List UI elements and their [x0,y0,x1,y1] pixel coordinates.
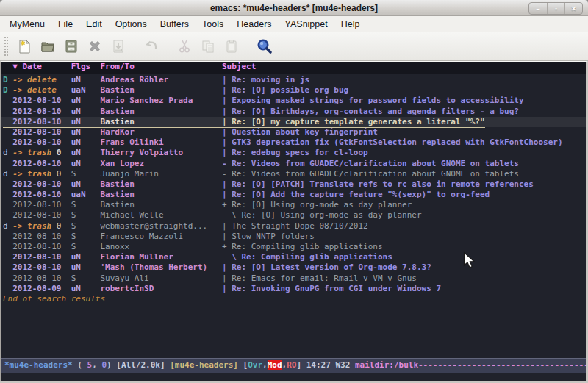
mark-char [3,117,12,127]
mark-char [3,232,12,242]
modeline-segment: ------------------------------------ [418,360,586,370]
date-cell: -> trash 0 [12,221,71,232]
sender-cell: Suvayu Ali [100,273,222,284]
minibuffer[interactable] [1,373,586,381]
modeline-segment: , [92,360,101,370]
date-cell: 2012-08-10 [12,242,71,252]
message-row[interactable]: 2012-08-10uNHardKor| Question about key … [1,127,586,137]
copy-icon [200,38,216,54]
flags-cell: uN [71,107,101,117]
date-cell: 2012-08-10 [12,232,71,242]
sender-cell: HardKor [100,127,222,137]
message-row[interactable]: d-> trash 0uNThierry Volpiatto| Re: edeb… [1,148,586,158]
close-buffer-button[interactable] [83,35,107,57]
date-cell: -> delete [12,75,71,85]
flags-cell: uN [71,96,101,106]
date-cell: -> trash 0 [12,169,71,179]
message-row[interactable]: 2012-08-10SSuvayu Ali| Re: Emacs for ema… [1,273,586,284]
message-row[interactable]: 2012-08-10SMichael Welle \ Re: [O] Using… [1,210,586,221]
message-row[interactable]: 2012-08-10uNBastien| Re: [O] Birthdays, … [1,107,586,117]
subject-cell: | Question about key fingerprint [222,127,378,137]
subject-cell: | Re: [O] Add the capture feature "%(sex… [222,190,490,199]
sender-cell: Mario Sanchez Prada [100,96,222,106]
subject-cell: - Re: Videos from GUADEC/clarification a… [222,159,519,168]
message-row[interactable]: d-> trash 0SJuanjo Marin- Re: Videos fro… [1,169,586,179]
message-row[interactable]: D-> deleteuaNBastien| Re: [O] possible o… [1,85,586,96]
menu-buffers[interactable]: Buffers [154,18,196,31]
column-flags[interactable]: Flgs [71,62,101,72]
flags-cell: uN [71,127,101,137]
minimize-button[interactable]: – [529,3,547,14]
mark-action: -> trash [12,221,51,231]
mark-char [3,190,12,200]
message-row[interactable]: 2012-08-10uNXan Lopez- Re: Videos from G… [1,159,586,169]
date-cell: 2012-08-10 [12,96,71,106]
flags-cell: uaN [71,85,101,96]
date-cell: 2012-08-10 [12,252,71,262]
message-row[interactable]: 2012-08-10uNBastien| Re: [O] my capture … [1,117,586,127]
menu-options[interactable]: Options [109,18,154,31]
date-cell: 2012-08-10 [12,179,71,190]
flags-cell: uN [71,137,101,148]
search-button[interactable] [253,35,276,57]
new-file-icon [16,38,32,54]
message-row[interactable]: 2012-08-10uN'Mash (Thomas Herbert)| Re: … [1,262,586,273]
modeline[interactable]: *mu4e-headers* ( 5, 0) [All/2.0k] [mu4e-… [1,358,586,373]
toolbar-separator [135,37,135,56]
cut-icon [176,38,193,54]
open-file-button[interactable] [36,35,60,57]
buffer-area: ▼ DateFlgsFrom/ToSubject D-> deleteuNAnd… [0,61,588,381]
menu-tools[interactable]: Tools [196,18,230,31]
menu-edit[interactable]: Edit [79,18,109,31]
new-file-button[interactable] [12,35,36,57]
sender-cell: Bastien [100,85,222,96]
paste-button [220,35,243,57]
message-row[interactable]: 2012-08-10SBastien+ Re: [O] Using org-mo… [1,200,586,210]
flags-cell: S [71,169,101,179]
message-row[interactable]: D-> deleteuNAndreas Röhler| Re: moving i… [1,75,586,85]
menu-help[interactable]: Help [334,18,367,31]
column-from-to[interactable]: From/To [100,62,222,72]
subject-cell: | Re: Invoking GnuPG from CGI under Wind… [222,284,441,293]
message-row[interactable]: 2012-08-10uNBastien| Re: [O] [PATCH] Tra… [1,179,586,190]
flags-cell: uN [71,262,101,273]
emacs-window: emacs: *mu4e-headers* [mu4e-headers] – ▫… [0,0,588,383]
mark-char [3,252,12,262]
column-date[interactable]: ▼ Date [12,62,71,72]
mark-char [3,179,12,190]
mark-char [3,262,12,273]
message-row[interactable]: 2012-08-10uNFlorian Müllner \ Re: Compil… [1,252,586,262]
search-icon [256,37,273,55]
date-cell: -> delete [12,85,71,96]
message-row[interactable]: 2012-08-10uNMario Sanchez Prada| Exposin… [1,96,586,106]
flags-cell: uN [71,75,101,85]
titlebar[interactable]: emacs: *mu4e-headers* [mu4e-headers] – ▫… [0,0,588,16]
flags-cell: S [71,210,101,221]
undo-button [140,35,163,57]
message-row[interactable]: 2012-08-10SLanoxx+ Re: Compiling glib ap… [1,242,586,252]
message-row[interactable]: 2012-08-10SFrancesco Mazzoli| Slow NNTP … [1,232,586,242]
message-row[interactable]: d-> trash 0Swebmaster@straightd...| The … [1,221,586,232]
subject-cell: | Exposing masked strings for password f… [222,96,524,105]
message-row[interactable]: 2012-08-10uNFrans Oilinki| GTK3 deprecat… [1,137,586,148]
maximize-button[interactable]: ▫ [547,3,564,14]
date-cell: 2012-08-10 [12,190,71,200]
message-row[interactable]: 2012-08-10uaNBastien| Re: [O] Add the ca… [1,190,586,200]
column-subject[interactable]: Subject [222,62,256,71]
menu-yasnippet[interactable]: YASnippet [279,18,334,31]
close-button[interactable]: ✕ [564,3,582,14]
header-spacer [3,62,12,72]
subject-cell: + Re: Compiling glib applications [222,242,383,251]
mark-action: -> trash [12,148,51,157]
message-row[interactable]: 2012-08-09uNrobertcInSD| Re: Invoking Gn… [1,284,586,294]
menu-headers[interactable]: Headers [230,18,278,31]
modeline-segment: ] [296,360,306,370]
menu-file[interactable]: File [51,18,79,31]
toolbar-grip-handle[interactable] [4,37,8,56]
save-button[interactable] [60,35,83,57]
flags-cell: S [71,273,101,284]
subject-cell: | Re: [O] Birthdays, org-contacts and ag… [222,107,519,116]
menu-mymenu[interactable]: MyMenu [3,18,51,31]
paste-icon [223,38,240,54]
date-cell: 2012-08-09 [12,284,71,294]
